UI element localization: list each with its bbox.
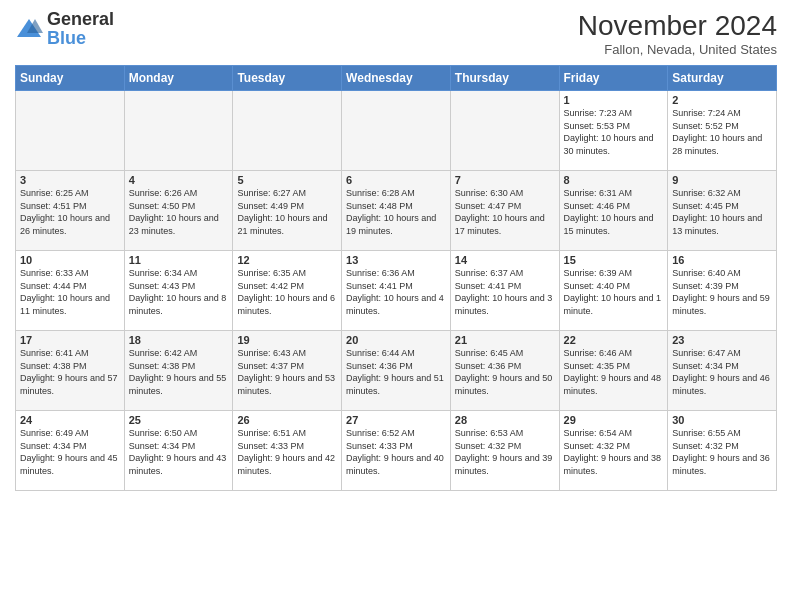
header-thursday: Thursday — [450, 66, 559, 91]
day-cell: 29Sunrise: 6:54 AM Sunset: 4:32 PM Dayli… — [559, 411, 668, 491]
header-wednesday: Wednesday — [342, 66, 451, 91]
day-cell — [233, 91, 342, 171]
day-cell — [124, 91, 233, 171]
day-cell: 12Sunrise: 6:35 AM Sunset: 4:42 PM Dayli… — [233, 251, 342, 331]
day-cell: 8Sunrise: 6:31 AM Sunset: 4:46 PM Daylig… — [559, 171, 668, 251]
day-number: 16 — [672, 254, 772, 266]
day-cell: 19Sunrise: 6:43 AM Sunset: 4:37 PM Dayli… — [233, 331, 342, 411]
day-cell: 26Sunrise: 6:51 AM Sunset: 4:33 PM Dayli… — [233, 411, 342, 491]
title-block: November 2024 Fallon, Nevada, United Sta… — [578, 10, 777, 57]
day-number: 14 — [455, 254, 555, 266]
day-number: 21 — [455, 334, 555, 346]
day-number: 10 — [20, 254, 120, 266]
calendar-header-row: Sunday Monday Tuesday Wednesday Thursday… — [16, 66, 777, 91]
day-number: 30 — [672, 414, 772, 426]
day-cell: 5Sunrise: 6:27 AM Sunset: 4:49 PM Daylig… — [233, 171, 342, 251]
logo-text: General Blue — [47, 10, 114, 48]
day-number: 22 — [564, 334, 664, 346]
day-info: Sunrise: 6:51 AM Sunset: 4:33 PM Dayligh… — [237, 427, 337, 477]
day-cell: 11Sunrise: 6:34 AM Sunset: 4:43 PM Dayli… — [124, 251, 233, 331]
day-number: 20 — [346, 334, 446, 346]
day-number: 27 — [346, 414, 446, 426]
day-cell: 6Sunrise: 6:28 AM Sunset: 4:48 PM Daylig… — [342, 171, 451, 251]
day-info: Sunrise: 6:52 AM Sunset: 4:33 PM Dayligh… — [346, 427, 446, 477]
day-cell: 27Sunrise: 6:52 AM Sunset: 4:33 PM Dayli… — [342, 411, 451, 491]
day-number: 29 — [564, 414, 664, 426]
header-saturday: Saturday — [668, 66, 777, 91]
day-cell: 16Sunrise: 6:40 AM Sunset: 4:39 PM Dayli… — [668, 251, 777, 331]
day-cell: 15Sunrise: 6:39 AM Sunset: 4:40 PM Dayli… — [559, 251, 668, 331]
day-number: 3 — [20, 174, 120, 186]
header: General Blue November 2024 Fallon, Nevad… — [15, 10, 777, 57]
day-info: Sunrise: 7:23 AM Sunset: 5:53 PM Dayligh… — [564, 107, 664, 157]
day-cell — [16, 91, 125, 171]
day-info: Sunrise: 6:43 AM Sunset: 4:37 PM Dayligh… — [237, 347, 337, 397]
day-number: 12 — [237, 254, 337, 266]
day-info: Sunrise: 6:41 AM Sunset: 4:38 PM Dayligh… — [20, 347, 120, 397]
week-row-5: 24Sunrise: 6:49 AM Sunset: 4:34 PM Dayli… — [16, 411, 777, 491]
day-cell: 25Sunrise: 6:50 AM Sunset: 4:34 PM Dayli… — [124, 411, 233, 491]
day-cell: 4Sunrise: 6:26 AM Sunset: 4:50 PM Daylig… — [124, 171, 233, 251]
day-cell: 30Sunrise: 6:55 AM Sunset: 4:32 PM Dayli… — [668, 411, 777, 491]
day-number: 8 — [564, 174, 664, 186]
day-info: Sunrise: 6:47 AM Sunset: 4:34 PM Dayligh… — [672, 347, 772, 397]
day-cell: 23Sunrise: 6:47 AM Sunset: 4:34 PM Dayli… — [668, 331, 777, 411]
day-cell — [342, 91, 451, 171]
day-cell: 17Sunrise: 6:41 AM Sunset: 4:38 PM Dayli… — [16, 331, 125, 411]
day-info: Sunrise: 6:37 AM Sunset: 4:41 PM Dayligh… — [455, 267, 555, 317]
day-cell: 21Sunrise: 6:45 AM Sunset: 4:36 PM Dayli… — [450, 331, 559, 411]
day-number: 26 — [237, 414, 337, 426]
day-info: Sunrise: 6:26 AM Sunset: 4:50 PM Dayligh… — [129, 187, 229, 237]
day-cell: 3Sunrise: 6:25 AM Sunset: 4:51 PM Daylig… — [16, 171, 125, 251]
day-info: Sunrise: 6:42 AM Sunset: 4:38 PM Dayligh… — [129, 347, 229, 397]
day-cell: 14Sunrise: 6:37 AM Sunset: 4:41 PM Dayli… — [450, 251, 559, 331]
day-cell: 9Sunrise: 6:32 AM Sunset: 4:45 PM Daylig… — [668, 171, 777, 251]
day-info: Sunrise: 6:28 AM Sunset: 4:48 PM Dayligh… — [346, 187, 446, 237]
day-info: Sunrise: 6:32 AM Sunset: 4:45 PM Dayligh… — [672, 187, 772, 237]
day-number: 9 — [672, 174, 772, 186]
day-number: 24 — [20, 414, 120, 426]
day-info: Sunrise: 6:54 AM Sunset: 4:32 PM Dayligh… — [564, 427, 664, 477]
day-info: Sunrise: 6:40 AM Sunset: 4:39 PM Dayligh… — [672, 267, 772, 317]
day-cell: 1Sunrise: 7:23 AM Sunset: 5:53 PM Daylig… — [559, 91, 668, 171]
day-info: Sunrise: 6:46 AM Sunset: 4:35 PM Dayligh… — [564, 347, 664, 397]
day-info: Sunrise: 7:24 AM Sunset: 5:52 PM Dayligh… — [672, 107, 772, 157]
week-row-2: 3Sunrise: 6:25 AM Sunset: 4:51 PM Daylig… — [16, 171, 777, 251]
day-info: Sunrise: 6:25 AM Sunset: 4:51 PM Dayligh… — [20, 187, 120, 237]
header-tuesday: Tuesday — [233, 66, 342, 91]
day-number: 5 — [237, 174, 337, 186]
day-number: 28 — [455, 414, 555, 426]
day-cell: 7Sunrise: 6:30 AM Sunset: 4:47 PM Daylig… — [450, 171, 559, 251]
day-cell: 28Sunrise: 6:53 AM Sunset: 4:32 PM Dayli… — [450, 411, 559, 491]
header-friday: Friday — [559, 66, 668, 91]
day-cell: 20Sunrise: 6:44 AM Sunset: 4:36 PM Dayli… — [342, 331, 451, 411]
day-number: 17 — [20, 334, 120, 346]
day-number: 13 — [346, 254, 446, 266]
logo-general: General — [47, 9, 114, 29]
day-cell: 18Sunrise: 6:42 AM Sunset: 4:38 PM Dayli… — [124, 331, 233, 411]
logo-blue: Blue — [47, 28, 86, 48]
day-number: 19 — [237, 334, 337, 346]
day-info: Sunrise: 6:30 AM Sunset: 4:47 PM Dayligh… — [455, 187, 555, 237]
day-info: Sunrise: 6:44 AM Sunset: 4:36 PM Dayligh… — [346, 347, 446, 397]
day-cell — [450, 91, 559, 171]
month-year-title: November 2024 — [578, 10, 777, 42]
week-row-4: 17Sunrise: 6:41 AM Sunset: 4:38 PM Dayli… — [16, 331, 777, 411]
day-number: 25 — [129, 414, 229, 426]
day-info: Sunrise: 6:49 AM Sunset: 4:34 PM Dayligh… — [20, 427, 120, 477]
day-info: Sunrise: 6:34 AM Sunset: 4:43 PM Dayligh… — [129, 267, 229, 317]
day-cell: 24Sunrise: 6:49 AM Sunset: 4:34 PM Dayli… — [16, 411, 125, 491]
day-info: Sunrise: 6:36 AM Sunset: 4:41 PM Dayligh… — [346, 267, 446, 317]
logo-icon — [15, 15, 43, 43]
week-row-1: 1Sunrise: 7:23 AM Sunset: 5:53 PM Daylig… — [16, 91, 777, 171]
day-number: 7 — [455, 174, 555, 186]
day-number: 23 — [672, 334, 772, 346]
logo: General Blue — [15, 10, 114, 48]
header-monday: Monday — [124, 66, 233, 91]
day-number: 6 — [346, 174, 446, 186]
day-number: 1 — [564, 94, 664, 106]
day-number: 4 — [129, 174, 229, 186]
day-info: Sunrise: 6:45 AM Sunset: 4:36 PM Dayligh… — [455, 347, 555, 397]
day-info: Sunrise: 6:31 AM Sunset: 4:46 PM Dayligh… — [564, 187, 664, 237]
day-cell: 22Sunrise: 6:46 AM Sunset: 4:35 PM Dayli… — [559, 331, 668, 411]
